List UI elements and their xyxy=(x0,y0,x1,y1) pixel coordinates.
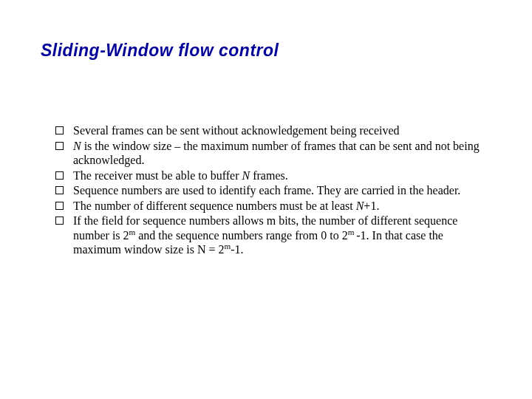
bullet-text: and the sequence numbers range from 0 to… xyxy=(135,229,347,242)
slide: Sliding-Window flow control Several fram… xyxy=(0,0,532,399)
superscript-m: m xyxy=(225,242,231,250)
bullet-text: The receiver must be able to buffer xyxy=(73,169,242,182)
bullet-list: Several frames can be sent without ackno… xyxy=(41,123,491,257)
bullet-text: is the window size – the maximum number … xyxy=(73,140,480,167)
list-item: Several frames can be sent without ackno… xyxy=(55,123,485,138)
bullet-text: Sequence numbers are used to identify ea… xyxy=(73,184,460,197)
bullet-text: The number of different sequence numbers… xyxy=(73,200,356,212)
list-item: If the field for sequence numbers allows… xyxy=(55,214,485,257)
list-item: Sequence numbers are used to identify ea… xyxy=(55,183,485,198)
variable-n: N xyxy=(73,140,81,152)
list-item: N is the window size – the maximum numbe… xyxy=(55,139,485,168)
list-item: The receiver must be able to buffer N fr… xyxy=(55,168,485,183)
list-item: The number of different sequence numbers… xyxy=(55,199,485,214)
superscript-m: m xyxy=(348,227,357,236)
variable-n: N xyxy=(242,169,250,182)
superscript-m: m xyxy=(129,227,136,236)
variable-n: N xyxy=(356,200,364,212)
bullet-text: +1. xyxy=(364,200,379,212)
bullet-text: frames. xyxy=(250,169,288,182)
slide-title: Sliding-Window flow control xyxy=(41,41,491,61)
bullet-text: Several frames can be sent without ackno… xyxy=(73,124,400,137)
bullet-text: -1. xyxy=(231,243,243,256)
